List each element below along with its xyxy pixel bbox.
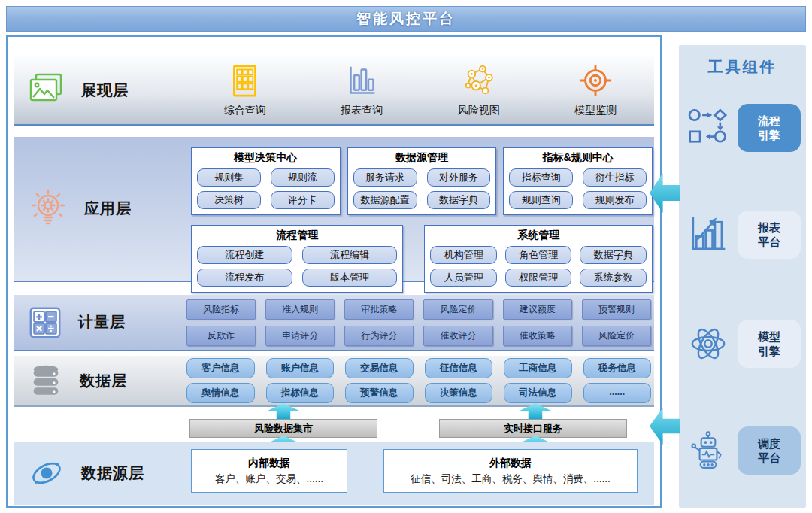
measurement-chip: 风险定价 [582, 326, 651, 346]
application-layer-label-zone: 应用层 [14, 137, 186, 281]
external-data-title: 外部数据 [489, 457, 532, 470]
group-datasource-management: 数据源管理 服务请求 对外服务 数据源配置 数据字典 [347, 147, 497, 215]
tool-label: 流程引擎 [756, 114, 782, 143]
app-chip: 流程发布 [197, 269, 292, 287]
report-chart-icon [687, 214, 729, 256]
application-layer-label: 应用层 [84, 199, 132, 219]
data-pill: 征信信息 [425, 358, 493, 378]
measurement-row-1: 风险指标 准入规则 审批策略 风险定价 建议额度 预警规则 [186, 299, 651, 320]
group-system-management: 系统管理 机构管理 角色管理 数据字典 人员管理 权限管理 系统参数 [424, 225, 653, 293]
group-model-decision-center: 模型决策中心 规则集 规则流 决策树 评分卡 [191, 147, 341, 215]
band-measurement-layer: 计量层 风险指标 准入规则 审批策略 风险定价 建议额度 预警规则 反欺诈 申请… [14, 295, 654, 351]
target-icon [578, 63, 613, 98]
external-data-desc: 征信、司法、工商、税务、舆情、消费、...... [411, 472, 611, 486]
group-indicator-rule-center: 指标&规则中心 指标查询 衍生指标 规则查询 规则发布 [503, 147, 653, 215]
measurement-chip: 风险指标 [186, 299, 256, 320]
tool-box-scheduling-platform: 调度平台 [738, 426, 801, 475]
presentation-item-report: 报表查询 [304, 64, 421, 117]
tool-box-model-engine: 模型引擎 [738, 320, 801, 368]
data-pill: ...... [583, 383, 652, 403]
flowchart-icon [687, 107, 729, 149]
measurement-chip: 催收策略 [503, 326, 572, 346]
datasource-layer-label: 数据源层 [81, 463, 144, 484]
band-application-layer: 应用层 模型决策中心 规则集 规则流 决策树 评分卡 数据源管理 [14, 137, 654, 282]
group-title: 数据源管理 [353, 151, 491, 165]
internal-data-box: 内部数据 客户、账户、交易、...... [191, 449, 347, 493]
measurement-chip: 建议额度 [503, 299, 572, 320]
measurement-chips: 风险指标 准入规则 审批策略 风险定价 建议额度 预警规则 反欺诈 申请评分 行… [186, 295, 654, 350]
data-pill: 预警信息 [345, 383, 414, 403]
application-groups: 模型决策中心 规则集 规则流 决策树 评分卡 数据源管理 服务请求 对外服务 [186, 137, 654, 281]
presentation-item-monitor: 模型监测 [538, 63, 655, 117]
group-title: 系统管理 [430, 229, 647, 242]
app-chip: 人员管理 [430, 269, 497, 287]
data-pill: 舆情信息 [186, 383, 255, 403]
datasource-layer-label-zone: 数据源层 [14, 442, 186, 505]
application-group-row-1: 模型决策中心 规则集 规则流 决策树 评分卡 数据源管理 服务请求 对外服务 [191, 147, 653, 215]
app-chip: 流程编辑 [302, 246, 398, 264]
group-process-management: 流程管理 流程创建 流程编辑 流程发布 版本管理 [191, 225, 403, 293]
app-chip: 规则查询 [509, 191, 573, 209]
app-chip: 规则流 [271, 168, 335, 187]
app-chip: 数据源配置 [353, 191, 417, 209]
measurement-chip: 申请评分 [265, 326, 335, 346]
app-chip: 版本管理 [302, 269, 398, 287]
measurement-layer-label: 计量层 [78, 312, 126, 332]
presentation-item-label: 综合查询 [224, 104, 266, 117]
data-layer-label: 数据层 [80, 371, 127, 391]
app-chip: 角色管理 [505, 246, 572, 264]
tool-label: 调度平台 [756, 436, 782, 466]
bar-chart-icon [345, 64, 379, 98]
tool-item-process-engine: 流程引擎 [685, 103, 801, 153]
data-layer-label-zone: 数据层 [14, 356, 186, 405]
presentation-items: 综合查询 报表查询 [186, 56, 654, 124]
main-architecture-panel: 展现层 综合查询 [6, 35, 662, 508]
app-chip: 数据字典 [427, 191, 491, 209]
group-title: 模型决策中心 [197, 151, 335, 165]
measurement-chip: 准入规则 [265, 299, 335, 320]
app-chip: 权限管理 [505, 269, 572, 287]
data-pill: 指标信息 [266, 383, 335, 403]
group-title: 流程管理 [197, 229, 397, 242]
data-pill: 决策信息 [425, 383, 493, 403]
measurement-chip: 反欺诈 [186, 326, 256, 346]
data-pill: 税务信息 [583, 358, 652, 378]
app-chip: 机构管理 [430, 246, 497, 264]
presentation-item-label: 模型监测 [574, 104, 617, 117]
group-title: 指标&规则中心 [509, 151, 647, 165]
datasource-boxes: 内部数据 客户、账户、交易、...... 外部数据 征信、司法、工商、税务、舆情… [186, 442, 654, 505]
data-pill: 工商信息 [504, 358, 572, 378]
app-chip: 决策树 [197, 191, 261, 209]
data-row-2: 舆情信息 指标信息 预警信息 决策信息 司法信息 ...... [186, 383, 651, 403]
data-pill: 司法信息 [504, 383, 572, 403]
tools-sidebar-title: 工具组件 [679, 57, 806, 77]
presentation-layer-label-zone: 展现层 [14, 56, 186, 124]
app-chip: 评分卡 [271, 191, 335, 209]
measurement-row-2: 反欺诈 申请评分 行为评分 催收评分 催收策略 风险定价 [186, 326, 651, 346]
tool-item-report-platform: 报表平台 [685, 210, 801, 260]
bulb-gear-icon [27, 188, 69, 230]
app-chip: 指标查询 [509, 168, 573, 187]
calculator-icon [27, 305, 63, 341]
data-pill: 账户信息 [266, 358, 335, 378]
platform-title: 智能风控平台 [356, 9, 456, 29]
tools-sidebar: 工具组件 流程引擎 [679, 45, 806, 508]
application-group-row-2: 流程管理 流程创建 流程编辑 流程发布 版本管理 系统管理 机构管理 角色管理 [191, 225, 653, 293]
measurement-chip: 预警规则 [582, 299, 651, 320]
presentation-item-label: 风险视图 [458, 104, 500, 117]
tool-item-scheduling-platform: 调度平台 [685, 426, 801, 475]
presentation-layer-label: 展现层 [81, 80, 129, 101]
app-chip: 规则集 [197, 168, 261, 187]
data-row-1: 客户信息 账户信息 交易信息 征信信息 工商信息 税务信息 [186, 358, 651, 378]
platform-title-banner: 智能风控平台 [6, 6, 806, 32]
tool-label: 报表平台 [756, 220, 782, 250]
realtime-interface-label: 实时接口服务 [504, 422, 562, 436]
presentation-item-query: 综合查询 [186, 64, 304, 117]
app-chip: 衍生指标 [583, 168, 647, 187]
database-icon [27, 362, 65, 399]
app-chip: 流程创建 [197, 246, 292, 264]
band-datasource-layer: 数据源层 内部数据 客户、账户、交易、...... 外部数据 征信、司法、工商、… [14, 442, 654, 505]
presentation-item-riskview: 风险视图 [420, 63, 538, 117]
app-chip: 数据字典 [580, 246, 647, 264]
external-data-box: 外部数据 征信、司法、工商、税务、舆情、消费、...... [383, 449, 638, 493]
